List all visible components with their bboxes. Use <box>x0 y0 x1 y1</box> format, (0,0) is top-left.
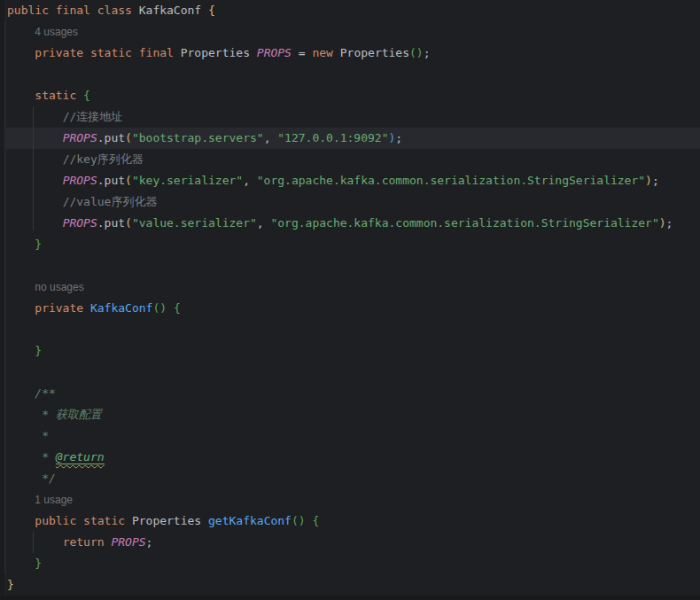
code-token <box>174 46 181 59</box>
code-line[interactable]: } <box>0 574 700 596</box>
code-line[interactable]: //key序列化器 <box>0 149 700 170</box>
code-token <box>7 344 35 357</box>
code-token: } <box>35 344 42 357</box>
code-token: ; <box>395 131 402 144</box>
code-token: "127.0.0.1:9092" <box>277 131 388 144</box>
code-token: private <box>35 46 83 59</box>
code-token: ; <box>424 46 431 59</box>
code-token <box>7 535 63 549</box>
code-line[interactable]: static { <box>0 85 700 106</box>
inlay-hint-line[interactable]: 4 usages <box>0 21 700 43</box>
code-line[interactable]: * <box>0 425 700 447</box>
code-token: "key.serializer" <box>132 174 243 187</box>
code-token <box>7 131 63 144</box>
code-token: PROPS <box>257 46 292 59</box>
code-token: */ <box>35 471 55 485</box>
code-token: Properties <box>181 46 250 59</box>
code-token <box>7 195 63 208</box>
code-line[interactable]: PROPS.put("bootstrap.servers", "127.0.0.… <box>0 128 700 149</box>
code-token <box>76 514 83 527</box>
code-token <box>7 238 35 251</box>
code-token: final <box>56 4 90 17</box>
code-token: static <box>83 514 125 527</box>
code-token <box>125 514 132 527</box>
code-line[interactable]: public static Properties getKafkaConf() … <box>0 510 700 532</box>
code-token: PROPS <box>63 131 97 144</box>
code-token: PROPS <box>63 216 97 230</box>
code-token <box>83 301 90 315</box>
code-token: * 获取配置 <box>35 408 101 421</box>
code-editor[interactable]: public final class KafkaConf { 4 usages … <box>0 0 700 596</box>
code-token: /** <box>35 386 55 400</box>
code-token: { <box>208 4 215 17</box>
code-token <box>7 408 35 421</box>
code-line[interactable]: */ <box>0 468 700 489</box>
inlay-hint-line[interactable]: 1 usage <box>0 489 700 510</box>
code-token: { <box>83 89 90 102</box>
code-token <box>7 471 35 485</box>
code-line[interactable]: * 获取配置 <box>0 404 700 425</box>
code-line[interactable]: } <box>0 553 700 574</box>
code-token: .put <box>97 216 125 230</box>
code-token <box>250 46 257 59</box>
code-token: //value序列化器 <box>63 195 158 208</box>
editor-bottom-edge <box>0 596 700 600</box>
code-token <box>7 152 63 166</box>
code-line[interactable]: return PROPS; <box>0 532 700 553</box>
code-token: { <box>174 301 181 315</box>
code-token: } <box>7 578 14 591</box>
code-token: () <box>152 301 167 315</box>
code-token <box>7 493 35 506</box>
code-line[interactable]: PROPS.put("key.serializer", "org.apache.… <box>0 170 700 191</box>
code-token: ) <box>645 174 652 187</box>
code-token: ) <box>659 216 666 230</box>
code-token: } <box>35 238 42 251</box>
code-token <box>7 301 35 315</box>
code-token: ; <box>652 174 659 187</box>
code-line[interactable]: PROPS.put("value.serializer", "org.apach… <box>0 213 700 234</box>
code-line[interactable]: private KafkaConf() { <box>0 298 700 319</box>
code-line[interactable]: //连接地址 <box>0 106 700 128</box>
code-token: KafkaConf <box>90 301 152 315</box>
inlay-hint-line[interactable]: no usages <box>0 277 700 298</box>
code-token: .put <box>97 131 125 144</box>
code-token: static <box>35 89 76 102</box>
code-token <box>7 174 63 187</box>
code-line[interactable]: private static final Properties PROPS = … <box>0 43 700 64</box>
code-token: Properties <box>340 46 409 59</box>
code-token <box>7 514 35 527</box>
code-token: PROPS <box>63 174 97 187</box>
code-token: //连接地址 <box>63 110 123 123</box>
code-line[interactable] <box>0 319 700 340</box>
code-token <box>7 216 63 230</box>
code-token: new <box>312 46 332 59</box>
code-token <box>76 89 83 102</box>
code-line[interactable]: * @return <box>0 447 700 468</box>
code-token <box>83 46 90 59</box>
code-token: private <box>35 301 83 315</box>
code-line[interactable]: } <box>0 340 700 362</box>
code-line[interactable] <box>0 362 700 383</box>
code-line[interactable] <box>0 255 700 277</box>
code-token: class <box>97 4 132 17</box>
code-line[interactable]: public final class KafkaConf { <box>0 0 700 21</box>
code-token: ; <box>666 216 673 230</box>
code-line[interactable]: /** <box>0 383 700 404</box>
code-token: ; <box>146 535 153 549</box>
code-token <box>201 514 208 527</box>
code-lines: public final class KafkaConf { 4 usages … <box>0 0 700 596</box>
code-line[interactable]: } <box>0 234 700 255</box>
code-token: "org.apache.kafka.common.serialization.S… <box>257 174 645 187</box>
code-token: () <box>292 514 306 527</box>
code-token <box>7 429 35 442</box>
code-token <box>7 25 35 38</box>
code-token <box>333 46 340 59</box>
code-line[interactable]: //value序列化器 <box>0 191 700 213</box>
gutter-edge <box>0 0 6 596</box>
code-token <box>90 4 97 17</box>
code-token: ( <box>125 131 132 144</box>
code-token: } <box>35 557 42 570</box>
usage-inlay-hint: 1 usage <box>35 494 73 506</box>
code-line[interactable] <box>0 64 700 85</box>
code-token <box>201 4 208 17</box>
